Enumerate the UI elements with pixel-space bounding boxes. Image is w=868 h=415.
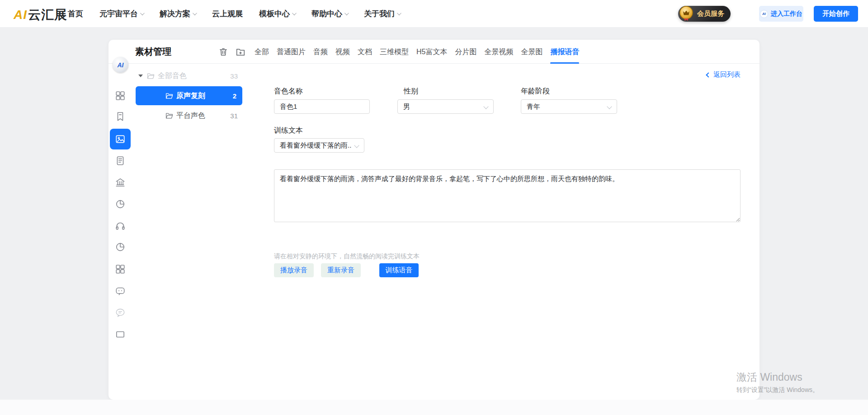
voice-name-input[interactable] bbox=[274, 99, 370, 114]
training-text-area[interactable]: 看着窗外缓缓下落的雨滴，滴答声成了最好的背景音乐，拿起笔，写下了心中的所思所想，… bbox=[274, 169, 741, 222]
tab-normal-image[interactable]: 普通图片 bbox=[277, 40, 306, 64]
panel-header: 素材管理 全部 普通图片 音频 视频 文档 三维模型 H5富文本 分片图 全景视… bbox=[108, 40, 760, 64]
folder-icon bbox=[165, 92, 173, 100]
tree-count: 2 bbox=[233, 92, 242, 100]
age-select-value: 青年 bbox=[527, 103, 540, 111]
pie-chart-icon[interactable] bbox=[115, 199, 126, 210]
chevron-down-icon bbox=[607, 104, 612, 109]
material-management-panel: 素材管理 全部 普通图片 音频 视频 文档 三维模型 H5富文本 分片图 全景视… bbox=[108, 40, 760, 400]
museum-icon[interactable] bbox=[115, 177, 126, 188]
window-icon[interactable] bbox=[115, 329, 126, 340]
training-text-label: 训练文本 bbox=[274, 126, 303, 135]
nav-item-home[interactable]: 首页 bbox=[68, 9, 83, 19]
back-to-list-link[interactable]: 返回列表 bbox=[707, 70, 741, 79]
tree-label: 全部音色 bbox=[158, 71, 187, 81]
tree-count: 33 bbox=[230, 72, 242, 80]
add-folder-icon[interactable] bbox=[236, 47, 245, 57]
nav-item-about-us[interactable]: 关于我们 bbox=[364, 9, 400, 19]
member-service-label: 会员服务 bbox=[697, 9, 724, 18]
tree-row-platform-voices[interactable]: 平台声色 31 bbox=[136, 108, 242, 123]
gender-select[interactable]: 男 bbox=[397, 99, 494, 114]
grid-icon[interactable] bbox=[115, 264, 126, 275]
avatar[interactable]: AI bbox=[113, 57, 128, 73]
chevron-down-icon bbox=[483, 104, 488, 109]
start-creating-button[interactable]: 开始创作 bbox=[814, 6, 858, 22]
nav-item-cloud-exhibition[interactable]: 云上观展 bbox=[212, 9, 243, 19]
chevron-down-icon bbox=[344, 11, 349, 15]
age-select[interactable]: 青年 bbox=[521, 99, 617, 114]
tree-label: 平台声色 bbox=[176, 111, 205, 121]
tab-slice-image[interactable]: 分片图 bbox=[455, 40, 476, 64]
training-text-select[interactable]: 看着窗外缓缓下落的雨... bbox=[274, 138, 364, 153]
trash-icon[interactable] bbox=[218, 47, 228, 57]
document-icon[interactable] bbox=[115, 155, 126, 166]
app-logo[interactable]: AI云汇展 bbox=[14, 6, 67, 23]
tree-label: 原声复刻 bbox=[176, 91, 205, 101]
member-service-button[interactable]: 会员服务 bbox=[678, 6, 731, 22]
material-tabs: 全部 普通图片 音频 视频 文档 三维模型 H5富文本 分片图 全景视频 全景图… bbox=[255, 40, 579, 64]
tree-count: 31 bbox=[230, 112, 242, 120]
caret-down-icon[interactable] bbox=[138, 75, 143, 77]
gender-label: 性别 bbox=[404, 87, 418, 96]
train-voice-button[interactable]: 训练语音 bbox=[379, 263, 419, 277]
nav-item-metaverse[interactable]: 元宇宙平台 bbox=[99, 9, 143, 19]
chat-icon[interactable] bbox=[115, 285, 126, 296]
comment-icon[interactable] bbox=[115, 307, 126, 318]
tab-document[interactable]: 文档 bbox=[358, 40, 372, 64]
recording-hint: 请在相对安静的环境下，自然流畅的阅读完训练文本 bbox=[274, 252, 420, 261]
logo-ai-text: AI bbox=[14, 8, 27, 22]
logo-name-text: 云汇展 bbox=[28, 8, 67, 22]
tab-h5-richtext[interactable]: H5富文本 bbox=[416, 40, 447, 64]
nav-menu: 首页 元宇宙平台 解决方案 云上观展 模板中心 帮助中心 关于我们 bbox=[68, 0, 400, 27]
folder-icon bbox=[165, 112, 173, 120]
age-label: 年龄阶段 bbox=[521, 87, 550, 96]
folder-icon bbox=[147, 72, 155, 80]
bottom-strip bbox=[0, 400, 868, 415]
tab-3d-model[interactable]: 三维模型 bbox=[380, 40, 409, 64]
rerecord-button[interactable]: 重新录音 bbox=[321, 263, 361, 277]
gender-select-value: 男 bbox=[403, 103, 410, 111]
pie-chart-icon[interactable] bbox=[115, 242, 126, 252]
chevron-down-icon bbox=[292, 11, 297, 15]
tab-video[interactable]: 视频 bbox=[335, 40, 350, 64]
chevron-down-icon bbox=[354, 143, 359, 148]
chevron-down-icon bbox=[193, 11, 197, 15]
nav-item-template-center[interactable]: 模板中心 bbox=[259, 9, 295, 19]
back-to-list-label: 返回列表 bbox=[713, 70, 741, 79]
tab-panorama-image[interactable]: 全景图 bbox=[521, 40, 542, 64]
tab-audio[interactable]: 音频 bbox=[313, 40, 328, 64]
tab-panorama-video[interactable]: 全景视频 bbox=[484, 40, 513, 64]
tab-broadcast-voice[interactable]: 播报语音 bbox=[550, 40, 579, 64]
training-text-select-value: 看着窗外缓缓下落的雨... bbox=[280, 141, 351, 150]
nav-item-solutions[interactable]: 解决方案 bbox=[160, 9, 196, 19]
enter-workspace-label: 进入工作台 bbox=[771, 10, 802, 18]
grid-icon[interactable] bbox=[115, 90, 126, 101]
chevron-down-icon bbox=[140, 11, 145, 15]
headphones-icon[interactable] bbox=[115, 220, 126, 231]
tab-all[interactable]: 全部 bbox=[255, 40, 269, 64]
page-title: 素材管理 bbox=[135, 40, 171, 64]
tree-row-voice-clone[interactable]: 原声复刻 2 bbox=[136, 86, 242, 105]
chevron-down-icon bbox=[397, 11, 401, 15]
tree-row-all-voices[interactable]: 全部音色 33 bbox=[136, 70, 242, 82]
top-nav: AI云汇展 首页 元宇宙平台 解决方案 云上观展 模板中心 帮助中心 关于我们 … bbox=[0, 0, 868, 27]
image-icon[interactable] bbox=[110, 129, 131, 149]
nav-item-help-center[interactable]: 帮助中心 bbox=[311, 9, 348, 19]
play-recording-button[interactable]: 播放录音 bbox=[274, 263, 314, 277]
chevron-left-icon bbox=[706, 72, 711, 77]
start-creating-label: 开始创作 bbox=[822, 9, 849, 18]
crown-badge-icon bbox=[677, 5, 695, 23]
workspace-logo-icon: AI bbox=[760, 10, 768, 18]
voice-name-label: 音色名称 bbox=[274, 87, 303, 96]
enter-workspace-button[interactable]: AI 进入工作台 bbox=[759, 6, 803, 22]
bookmark-icon[interactable] bbox=[115, 111, 126, 122]
